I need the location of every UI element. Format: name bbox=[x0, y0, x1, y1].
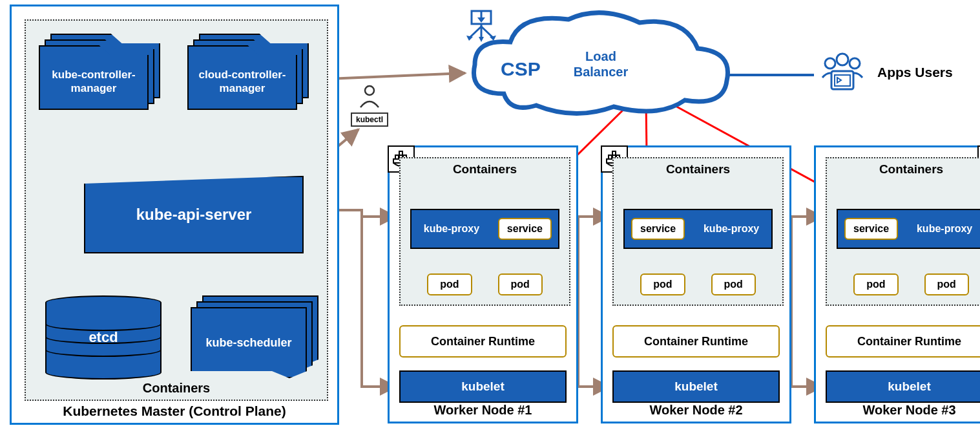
kube-proxy-label: kube-proxy bbox=[412, 223, 492, 235]
cloud-csp: CSP Load Balancer bbox=[465, 10, 736, 120]
pod-box: pod bbox=[853, 273, 898, 295]
etcd: etcd bbox=[45, 295, 162, 380]
svg-point-23 bbox=[825, 58, 835, 69]
worker-containers-3: Containers service kube-proxy pod pod bbox=[826, 157, 980, 306]
kubelet: kubelet bbox=[399, 370, 567, 403]
worker-title-1: Worker Node #1 bbox=[390, 403, 576, 418]
pod-box: pod bbox=[924, 273, 969, 295]
kube-proxy-row: kube-proxy service bbox=[410, 209, 559, 249]
worker-containers-2: Containers service kube-proxy pod pod bbox=[612, 157, 784, 306]
worker-containers-label: Containers bbox=[827, 162, 980, 177]
pod-row: pod pod bbox=[410, 273, 559, 295]
pod-row: pod pod bbox=[623, 273, 773, 295]
svg-rect-32 bbox=[399, 151, 402, 155]
pod-box: pod bbox=[711, 273, 756, 295]
cloud-controller-manager: cloud-controller-manager bbox=[187, 34, 310, 111]
svg-point-24 bbox=[850, 58, 860, 69]
svg-point-25 bbox=[837, 54, 848, 65]
pod-box: pod bbox=[498, 273, 543, 295]
svg-point-17 bbox=[365, 86, 374, 95]
pod-box: pod bbox=[427, 273, 472, 295]
master-containers-label: Containers bbox=[26, 381, 327, 396]
kube-proxy-row: service kube-proxy bbox=[837, 209, 980, 249]
kubernetes-master-panel: Kubernetes Master (Control Plane) Contai… bbox=[10, 5, 339, 425]
worker-containers-label: Containers bbox=[401, 162, 569, 177]
apps-users-label: Apps Users bbox=[877, 64, 953, 81]
kubelet: kubelet bbox=[826, 370, 980, 403]
svg-line-22 bbox=[481, 27, 494, 38]
worker-node-2: Woker Node #2 Containers service kube-pr… bbox=[601, 145, 791, 423]
service-box: service bbox=[631, 218, 685, 240]
kubectl-actor: kubectl bbox=[351, 84, 388, 127]
master-title: Kubernetes Master (Control Plane) bbox=[12, 403, 337, 419]
kube-proxy-label: kube-proxy bbox=[691, 223, 771, 235]
worker-containers-label: Containers bbox=[614, 162, 782, 177]
pod-row: pod pod bbox=[837, 273, 980, 295]
worker-title-2: Woker Node #2 bbox=[603, 403, 789, 418]
master-containers-panel: Containers kube-controller-manager cloud… bbox=[25, 19, 328, 401]
users-icon bbox=[817, 52, 868, 94]
kubectl-label: kubectl bbox=[351, 112, 388, 127]
svg-rect-29 bbox=[395, 155, 399, 159]
kube-scheduler: kube-scheduler bbox=[191, 295, 320, 380]
worker-node-1: Worker Node #1 Containers kube-proxy ser… bbox=[388, 145, 578, 423]
person-icon bbox=[357, 84, 382, 109]
apps-users: Apps Users bbox=[817, 52, 953, 94]
kube-proxy-label: kube-proxy bbox=[904, 223, 980, 235]
pod-box: pod bbox=[640, 273, 685, 295]
svg-rect-34 bbox=[609, 155, 612, 159]
container-runtime: Container Runtime bbox=[826, 325, 980, 358]
kubelet: kubelet bbox=[612, 370, 780, 403]
kube-api-server: kube-api-server bbox=[84, 176, 304, 253]
worker-containers-1: Containers kube-proxy service pod pod bbox=[399, 157, 570, 306]
load-balancer-label: Load Balancer bbox=[572, 48, 630, 80]
container-runtime: Container Runtime bbox=[612, 325, 780, 358]
csp-label: CSP bbox=[501, 58, 541, 80]
service-box: service bbox=[498, 218, 552, 240]
service-box: service bbox=[844, 218, 898, 240]
container-runtime: Container Runtime bbox=[399, 325, 567, 358]
load-balancer-icon bbox=[465, 10, 497, 42]
worker-title-3: Woker Node #3 bbox=[816, 403, 980, 418]
kube-proxy-row: service kube-proxy bbox=[623, 209, 773, 249]
worker-node-3: Woker Node #3 Containers service kube-pr… bbox=[814, 145, 980, 423]
svg-line-21 bbox=[469, 27, 481, 38]
kube-controller-manager: kube-controller-manager bbox=[39, 34, 162, 111]
svg-rect-37 bbox=[612, 151, 616, 155]
